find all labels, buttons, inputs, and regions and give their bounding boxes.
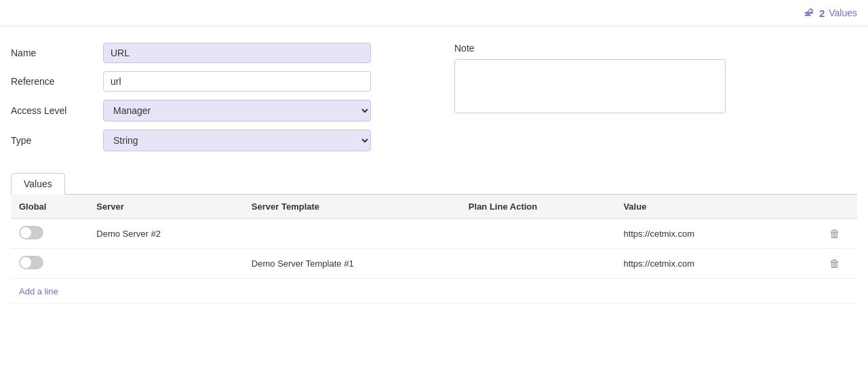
col-header-value: Value: [615, 195, 816, 219]
server-template-cell: [243, 219, 460, 249]
add-line-link[interactable]: Add a line: [19, 286, 58, 296]
reference-row: Reference: [11, 71, 414, 92]
delete-row-button[interactable]: 🗑: [825, 227, 844, 242]
server-cell: [88, 249, 243, 279]
global-toggle[interactable]: [19, 226, 43, 239]
name-row: Name: [11, 43, 414, 63]
col-header-plan-line: Plan Line Action: [460, 195, 616, 219]
type-select[interactable]: String Integer Boolean Float: [103, 130, 371, 151]
reference-input[interactable]: [103, 71, 371, 92]
form-section: Name Reference Access Level Manager User…: [0, 26, 868, 162]
value-cell: https://cetmix.com: [615, 249, 816, 279]
form-left: Name Reference Access Level Manager User…: [11, 43, 414, 151]
table-row: Demo Server #2https://cetmix.com🗑: [11, 219, 857, 249]
values-count: 2: [819, 7, 825, 19]
server-cell: Demo Server #2: [88, 219, 243, 249]
table-section: Global Server Server Template Plan Line …: [0, 195, 868, 304]
access-level-label: Access Level: [11, 105, 92, 116]
delete-row-button[interactable]: 🗑: [825, 256, 844, 271]
col-header-action: [817, 195, 857, 219]
note-label: Note: [454, 43, 857, 54]
global-toggle[interactable]: [19, 256, 43, 269]
value-cell: https://cetmix.com: [615, 219, 816, 249]
values-table: Global Server Server Template Plan Line …: [11, 195, 857, 279]
type-label: Type: [11, 135, 92, 146]
server-template-cell: Demo Server Template #1: [243, 249, 460, 279]
table-header-row: Global Server Server Template Plan Line …: [11, 195, 857, 219]
name-input[interactable]: [103, 43, 371, 63]
tab-values[interactable]: Values: [11, 173, 65, 195]
top-bar: 2 Values: [0, 0, 868, 26]
plan-line-cell: [460, 219, 616, 249]
svg-rect-1: [805, 12, 814, 14]
add-line-row: Add a line: [11, 279, 857, 304]
table-row: Demo Server Template #1https://cetmix.co…: [11, 249, 857, 279]
values-summary[interactable]: 2 Values: [803, 7, 857, 19]
form-right: Note: [454, 43, 857, 151]
type-row: Type String Integer Boolean Float: [11, 130, 414, 151]
note-textarea[interactable]: [454, 59, 726, 113]
plan-line-cell: [460, 249, 616, 279]
edit-values-icon: [803, 7, 815, 19]
col-header-server-template: Server Template: [243, 195, 460, 219]
values-label: Values: [829, 7, 857, 18]
tabs-section: Values: [0, 162, 868, 194]
col-header-server: Server: [88, 195, 243, 219]
access-level-select[interactable]: Manager User Admin: [103, 100, 371, 121]
name-label: Name: [11, 47, 92, 58]
col-header-global: Global: [11, 195, 88, 219]
reference-label: Reference: [11, 76, 92, 87]
access-level-row: Access Level Manager User Admin: [11, 100, 414, 121]
